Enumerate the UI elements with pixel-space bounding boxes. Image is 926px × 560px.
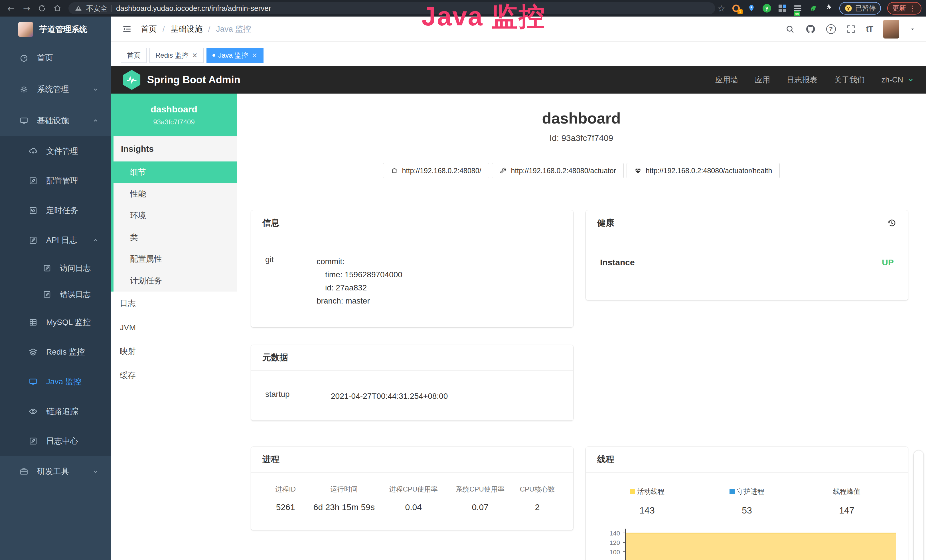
sidebar-item-label: 日志中心 [46, 436, 78, 446]
edit-icon [29, 436, 38, 446]
sidebar-item-java-monitor[interactable]: Java 监控 [0, 367, 111, 397]
legend-live-threads: 活动线程 [597, 487, 697, 496]
browser-forward-button[interactable]: → [20, 3, 33, 14]
extensions-puzzle-icon[interactable] [824, 4, 833, 13]
caret-down-icon[interactable] [909, 26, 916, 32]
hamburger-toggle[interactable] [121, 24, 132, 35]
font-size-icon[interactable]: tT [866, 24, 873, 34]
browser-menu-icon[interactable]: ⋮ [909, 4, 916, 12]
sidebar-item-label: 研发工具 [37, 466, 69, 477]
github-icon[interactable] [805, 24, 816, 35]
sidebar-item-config-manage[interactable]: 配置管理 [0, 166, 111, 196]
fullscreen-icon[interactable] [846, 24, 856, 34]
sba-nav-journal[interactable]: 日志报表 [787, 75, 817, 85]
sba-menu-performance[interactable]: 性能 [113, 183, 237, 205]
sidebar-item-infra[interactable]: 基础设施 [0, 105, 111, 136]
profile-paused-pill[interactable]: 已暂停 [839, 2, 881, 15]
breadcrumb-home[interactable]: 首页 [141, 24, 157, 35]
bookmark-star-icon[interactable]: ☆ [717, 3, 725, 14]
sidebar-item-mysql-monitor[interactable]: MySQL 监控 [0, 307, 111, 337]
sidebar-item-log-center[interactable]: 日志中心 [0, 426, 111, 456]
page-title: dashboard [237, 109, 926, 127]
sba-menu-classes[interactable]: 类 [113, 227, 237, 248]
timer-icon [29, 206, 38, 215]
insights-section-title: Insights [113, 136, 237, 162]
process-card-title: 进程 [262, 454, 280, 465]
sba-menu-mappings[interactable]: 映射 [111, 339, 237, 363]
browser-back-button[interactable]: ← [5, 3, 18, 14]
content-scrollbar-thumb[interactable] [914, 450, 924, 560]
actuator-url-button[interactable]: http://192.168.0.2:48080/actuator [492, 163, 624, 178]
sidebar-item-access-log[interactable]: 访问日志 [0, 255, 111, 281]
sidebar-item-file-manage[interactable]: 文件管理 [0, 136, 111, 166]
extension-green-icon[interactable]: y [762, 4, 772, 13]
browser-update-button[interactable]: 更新 ⋮ [887, 2, 921, 15]
sba-brand-title[interactable]: Spring Boot Admin [147, 74, 241, 86]
sba-menu-caches[interactable]: 缓存 [111, 363, 237, 387]
extension-on-icon[interactable]: on [793, 4, 802, 13]
user-avatar[interactable] [883, 20, 899, 38]
health-instance-row[interactable]: Instance UP [597, 249, 897, 277]
app-logo-row[interactable]: 芋道管理系统 [0, 17, 111, 42]
extension-grid-shape [779, 5, 786, 12]
not-secure-label[interactable]: 不安全 [86, 4, 107, 13]
app-sidebar: 芋道管理系统 首页 系统管理 基础设施 文件管理 配置管理 定时任务 API 日… [0, 17, 111, 560]
sba-menu-config-props[interactable]: 配置属性 [113, 248, 237, 270]
browser-reload-button[interactable] [35, 4, 48, 12]
sba-language-select[interactable]: zh-CN [881, 76, 915, 85]
address-bar[interactable]: 不安全 dashboard.yudao.iocoder.cn/infra/adm… [68, 2, 715, 14]
process-table: 进程ID 运行时间 进程CPU使用率 系统CPU使用率 CPU核心数 5261 … [262, 483, 562, 517]
tab-redis-monitor[interactable]: Redis 监控 × [150, 48, 204, 63]
url-text[interactable]: dashboard.yudao.iocoder.cn/infra/admin-s… [116, 4, 271, 13]
sba-menu-jvm[interactable]: JVM [111, 316, 237, 339]
extension-orange-icon[interactable]: 1 [731, 4, 741, 13]
history-icon[interactable] [887, 218, 897, 228]
browser-home-button[interactable] [51, 4, 64, 12]
process-pid-value: 5261 [262, 502, 309, 512]
sba-menu-logging[interactable]: 日志 [111, 292, 237, 316]
sidebar-item-trace[interactable]: 链路追踪 [0, 397, 111, 426]
tab-java-monitor[interactable]: Java 监控 × [206, 48, 263, 63]
extension-pin-icon[interactable] [747, 4, 756, 13]
close-icon[interactable]: × [252, 51, 257, 59]
sidebar-item-api-log[interactable]: API 日志 [0, 226, 111, 255]
cards-column-right: 健康 Instance UP 线程 [586, 210, 908, 560]
sidebar-item-error-log[interactable]: 错误日志 [0, 281, 111, 307]
service-url-button[interactable]: http://192.168.0.2:48080/ [383, 163, 489, 178]
sba-menu-details[interactable]: 细节 [113, 162, 237, 183]
bar [794, 8, 801, 9]
extension-on-badge: on [794, 11, 800, 16]
wrench-icon [500, 167, 507, 174]
monitor-icon [29, 377, 38, 386]
sba-menu-environment[interactable]: 环境 [113, 205, 237, 227]
instance-header[interactable]: dashboard 93a3fc7f7409 [111, 94, 237, 136]
edit-icon [29, 236, 38, 245]
sidebar-item-home[interactable]: 首页 [0, 42, 111, 74]
sidebar-item-system[interactable]: 系统管理 [0, 74, 111, 105]
breadcrumb-infra[interactable]: 基础设施 [171, 24, 203, 35]
spring-boot-admin-logo-icon[interactable] [123, 70, 141, 90]
git-branch-line: branch: master [316, 294, 402, 307]
sba-nav-about[interactable]: 关于我们 [834, 75, 865, 85]
cards-column-left: 信息 git commit: time: 1596289704000 id: 2… [251, 210, 573, 560]
sidebar-item-redis-monitor[interactable]: Redis 监控 [0, 337, 111, 367]
sba-content: dashboard Id: 93a3fc7f7409 http://192.16… [237, 94, 926, 560]
close-icon[interactable]: × [192, 51, 198, 59]
extension-leaf-icon[interactable] [808, 4, 818, 13]
sidebar-item-devtools[interactable]: 研发工具 [0, 456, 111, 487]
sidebar-item-label: 访问日志 [60, 263, 91, 273]
process-col-pid: 进程ID [262, 485, 309, 494]
extension-grid-icon[interactable] [778, 4, 787, 13]
sidebar-item-scheduled-job[interactable]: 定时任务 [0, 196, 111, 226]
help-icon[interactable]: ? [826, 24, 836, 34]
sba-nav-applications[interactable]: 应用 [755, 75, 770, 85]
blue-swatch-icon [729, 489, 735, 494]
sba-nav-wall[interactable]: 应用墙 [715, 75, 738, 85]
tab-home[interactable]: 首页 [121, 48, 147, 63]
sba-menu-scheduled-tasks[interactable]: 计划任务 [113, 270, 237, 292]
search-icon[interactable] [785, 24, 795, 34]
health-url-button[interactable]: http://192.168.0.2:48080/actuator/health [626, 163, 780, 178]
not-secure-warning-icon [75, 5, 82, 12]
sidebar-item-label: Redis 监控 [46, 347, 85, 357]
url-divider [112, 5, 112, 12]
